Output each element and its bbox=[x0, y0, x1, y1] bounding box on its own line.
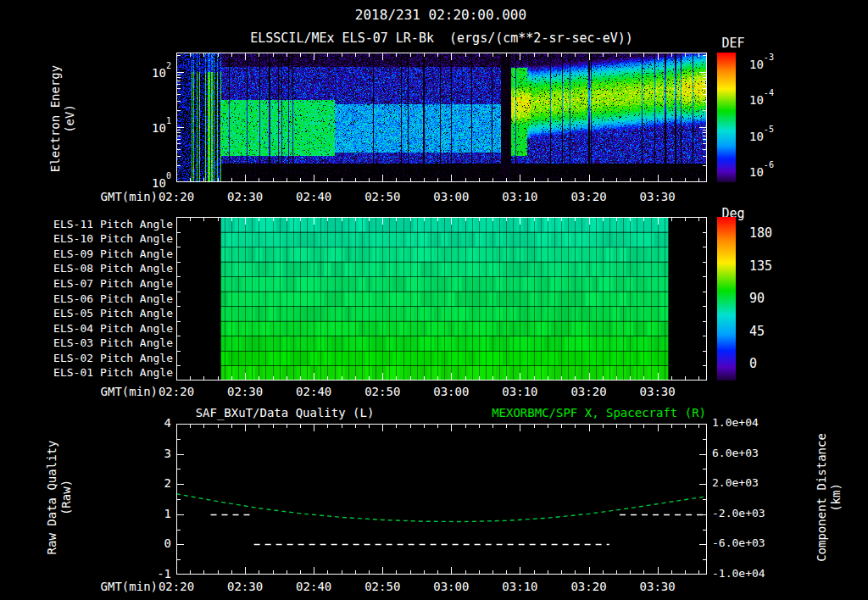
left-y-tick-label: 4 bbox=[129, 416, 171, 430]
pitch-row-label: ELS-05 Pitch Angle bbox=[17, 307, 173, 319]
x-tick-label: 02:50 bbox=[360, 580, 404, 593]
deg-colorbar bbox=[717, 217, 736, 381]
distance-title: MEXORBMC/SPF X, Spacecraft (R) bbox=[398, 406, 706, 419]
x-tick-label: 03:30 bbox=[636, 190, 680, 203]
left-y-tick-label: 3 bbox=[129, 447, 171, 460]
x-tick-label: 03:30 bbox=[636, 580, 680, 593]
y-tick-label: 101 bbox=[132, 119, 171, 135]
def-colorbar-tick: 10-4 bbox=[749, 92, 810, 107]
pitch-row-label: ELS-01 Pitch Angle bbox=[17, 366, 173, 379]
right-y-tick-label: -1.0e+04 bbox=[712, 567, 790, 580]
x-tick-label: 02:20 bbox=[154, 580, 198, 593]
x-tick-label: 03:10 bbox=[498, 190, 542, 203]
x-tick-label: 03:00 bbox=[429, 580, 473, 593]
quality-y-axis-label-line2: (Raw) bbox=[59, 396, 74, 599]
x-tick-label: 03:30 bbox=[636, 385, 680, 398]
right-y-tick-label: -2.0e+03 bbox=[712, 507, 790, 519]
deg-colorbar-tick: 0 bbox=[749, 356, 800, 371]
x-axis-title: GMT(min) bbox=[85, 580, 158, 593]
def-colorbar-tick: 10-5 bbox=[749, 128, 810, 143]
x-tick-label: 03:20 bbox=[567, 190, 611, 203]
left-y-tick-label: -1 bbox=[129, 567, 171, 581]
def-colorbar-label: DEF bbox=[712, 36, 754, 51]
pitch-row-label: ELS-02 Pitch Angle bbox=[17, 352, 173, 364]
distance-y-axis-label-line2: (km) bbox=[829, 396, 843, 599]
x-tick-label: 03:00 bbox=[429, 190, 473, 203]
x-tick-label: 03:20 bbox=[567, 385, 611, 398]
x-tick-label: 03:20 bbox=[567, 580, 611, 593]
left-y-tick-label: 0 bbox=[129, 536, 171, 550]
quality-y-axis-label: Raw Data Quality (Raw) bbox=[45, 396, 74, 599]
x-tick-label: 02:30 bbox=[223, 190, 267, 203]
right-y-tick-label: 6.0e+03 bbox=[712, 447, 790, 459]
def-colorbar bbox=[717, 53, 736, 182]
x-tick-label: 03:10 bbox=[498, 385, 542, 398]
x-tick-label: 02:20 bbox=[154, 385, 198, 398]
quality-y-axis-label-line1: Raw Data Quality bbox=[45, 396, 59, 599]
deg-colorbar-tick: 135 bbox=[749, 258, 800, 274]
x-axis-title: GMT(min) bbox=[85, 385, 158, 398]
quality-distance-plot bbox=[176, 424, 707, 575]
deg-colorbar-tick: 90 bbox=[749, 291, 800, 306]
x-tick-label: 02:50 bbox=[360, 385, 404, 398]
pitch-row-label: ELS-10 Pitch Angle bbox=[17, 232, 173, 245]
spectrogram-title: ELSSCIL/MEx ELS-07 LR-Bk (ergs/(cm**2-sr… bbox=[159, 31, 724, 46]
right-y-tick-label: 1.0e+04 bbox=[712, 416, 790, 429]
x-tick-label: 02:40 bbox=[292, 385, 336, 398]
x-axis-title: GMT(min) bbox=[85, 190, 158, 203]
distance-y-axis-label: Component Distance (km) bbox=[815, 396, 843, 599]
x-tick-label: 02:30 bbox=[223, 385, 267, 398]
pitch-row-label: ELS-04 Pitch Angle bbox=[17, 322, 173, 335]
quality-title: SAF_BXuT/Data Quality (L) bbox=[176, 406, 393, 419]
pitch-row-label: ELS-11 Pitch Angle bbox=[17, 218, 173, 231]
pitch-row-label: ELS-09 Pitch Angle bbox=[17, 247, 173, 260]
right-y-tick-label: -6.0e+03 bbox=[712, 536, 790, 549]
spectrogram-y-axis-label: Electron Energy (eV) bbox=[48, 17, 77, 220]
pitch-row-label: ELS-08 Pitch Angle bbox=[17, 262, 173, 275]
def-colorbar-tick: 10-3 bbox=[749, 56, 810, 71]
def-colorbar-tick: 10-6 bbox=[749, 164, 810, 179]
pitch-angle-plot bbox=[176, 217, 707, 381]
x-tick-label: 02:40 bbox=[292, 190, 336, 203]
x-tick-label: 02:30 bbox=[223, 580, 267, 593]
deg-colorbar-tick: 180 bbox=[749, 225, 800, 241]
spectrogram-y-axis-label-line1: Electron Energy bbox=[48, 17, 63, 220]
x-tick-label: 03:00 bbox=[429, 385, 473, 398]
spectrogram-y-axis-label-line2: (eV) bbox=[63, 17, 77, 220]
mex-els-summary-plot: 2018/231 02:20:00.000 ELSSCIL/MEx ELS-07… bbox=[0, 0, 868, 600]
x-tick-label: 02:40 bbox=[292, 580, 336, 593]
x-tick-label: 02:20 bbox=[154, 190, 198, 203]
deg-colorbar-tick: 45 bbox=[749, 324, 800, 339]
pitch-row-label: ELS-07 Pitch Angle bbox=[17, 277, 173, 290]
right-y-tick-label: 2.0e+03 bbox=[712, 476, 790, 489]
distance-y-axis-label-line1: Component Distance bbox=[815, 396, 829, 599]
spectrogram-plot bbox=[176, 53, 707, 182]
pitch-row-label: ELS-03 Pitch Angle bbox=[17, 336, 173, 349]
x-tick-label: 03:10 bbox=[498, 580, 542, 593]
y-tick-label: 100 bbox=[132, 175, 171, 190]
pitch-row-label: ELS-06 Pitch Angle bbox=[17, 292, 173, 305]
x-tick-label: 02:50 bbox=[360, 190, 404, 203]
y-tick-label: 102 bbox=[132, 64, 171, 80]
left-y-tick-label: 2 bbox=[129, 476, 171, 490]
left-y-tick-label: 1 bbox=[129, 507, 171, 520]
page-title: 2018/231 02:20:00.000 bbox=[170, 7, 712, 23]
